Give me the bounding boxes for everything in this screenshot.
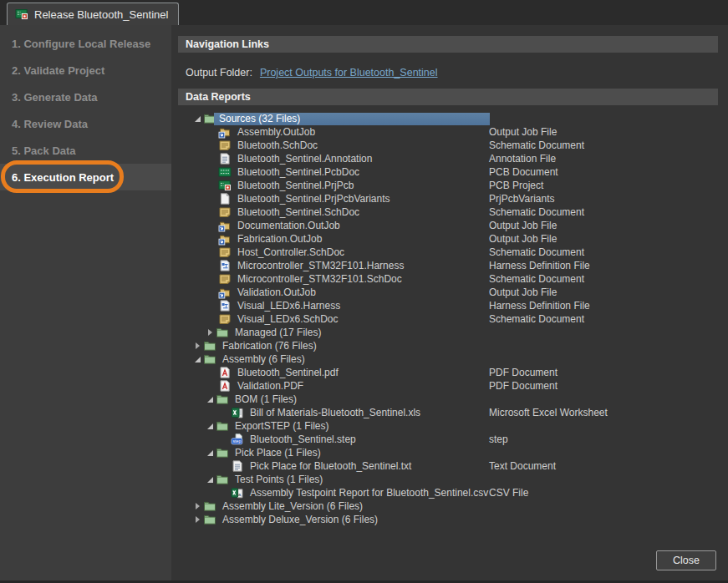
tree-file-row[interactable]: Microcontroller_STM32F101.HarnessHarness… <box>188 259 718 272</box>
tree-folder-row[interactable]: Assembly Lite_Version (6 Files) <box>188 499 718 513</box>
tree-item-label: Pick Place for Bluetooth_Sentinel.txt <box>247 460 415 473</box>
tree-item-label: Pick Place (1 Files) <box>232 447 324 459</box>
tree-file-row[interactable]: Visual_LEDx6.HarnessHarness Definition F… <box>188 299 718 312</box>
tab-bar: Release Bluetooth_Sentinel <box>0 0 728 26</box>
tree-item-label: Validation.OutJob <box>234 286 319 299</box>
tree-folder-row[interactable]: Test Points (1 Files) <box>188 473 718 486</box>
tree-item-label: Bill of Materials-Bluetooth_Sentinel.xls <box>247 407 424 419</box>
file-type-label: CSV File <box>489 486 528 499</box>
tree-folder-row[interactable]: Assembly (6 Files) <box>188 352 718 366</box>
svg-text:a,: a, <box>238 492 242 497</box>
step-icon: step <box>231 433 244 446</box>
outjob-icon <box>218 232 232 246</box>
tree-file-row[interactable]: Bluetooth_Sentinel.AnnotationAnnotation … <box>188 152 718 165</box>
tree-folder-row[interactable]: ExportSTEP (1 Files) <box>188 419 718 433</box>
collapse-arrow-icon[interactable] <box>206 448 216 458</box>
tree-item-label: Bluetooth_Sentinel.PrjPcb <box>234 180 357 192</box>
file-type-label: Schematic Document <box>489 272 584 286</box>
tree-file-row[interactable]: Assembly.OutJobOutput Job File <box>188 125 718 139</box>
tab-release-project[interactable]: Release Bluetooth_Sentinel <box>7 3 179 25</box>
output-folder-link[interactable]: Project Outputs for Bluetooth_Sentinel <box>260 67 438 79</box>
folder-icon <box>203 513 216 526</box>
sidebar-step-2[interactable]: 2. Validate Project <box>0 57 171 84</box>
tree-file-row[interactable]: Documentation.OutJobOutput Job File <box>188 219 718 232</box>
tree-folder-row[interactable]: Managed (17 Files) <box>188 326 718 339</box>
tree-file-row[interactable]: Bluetooth_Sentinel.SchDocSchematic Docum… <box>188 205 718 219</box>
tree-folder-row[interactable]: BOM (1 Files) <box>188 393 718 406</box>
file-type-label: Output Job File <box>489 125 557 139</box>
tree-item-label: Assembly Lite_Version (6 Files) <box>219 500 366 513</box>
sidebar-step-label: 4. Review Data <box>12 118 88 130</box>
tree-item-label: Microcontroller_STM32F101.SchDoc <box>234 273 405 286</box>
file-type-label: PDF Document <box>489 366 557 379</box>
close-button[interactable]: Close <box>656 550 716 570</box>
sidebar-step-label: 1. Configure Local Release <box>12 38 150 50</box>
tree-folder-row[interactable]: Pick Place (1 Files) <box>188 446 718 459</box>
tree-folder-row[interactable]: Fabrication (76 Files) <box>188 339 718 352</box>
tree-file-row[interactable]: Validation.PDFPDF Document <box>188 379 718 393</box>
data-reports-header: Data Reports <box>178 89 718 105</box>
tree-file-row[interactable]: Host_Controller.SchDocSchematic Document <box>188 246 718 259</box>
folder-icon <box>216 446 229 459</box>
tree-file-row[interactable]: Microcontroller_STM32F101.SchDocSchemati… <box>188 272 718 286</box>
tree-file-row[interactable]: Bluetooth_Sentinel.PcbDocPCB Document <box>188 165 718 179</box>
tree-item-label: Test Points (1 Files) <box>232 474 326 486</box>
tree-item-label: Assembly Deluxe_Version (6 Files) <box>219 514 381 526</box>
outjob-icon <box>218 286 232 299</box>
tree-file-row[interactable]: Pick Place for Bluetooth_Sentinel.txtTex… <box>188 459 718 473</box>
tree-folder-row[interactable]: Sources (32 Files) <box>188 112 718 125</box>
tree-item-label: Bluetooth_Sentinel.SchDoc <box>234 206 363 219</box>
file-type-label: PCB Document <box>489 165 558 179</box>
file-type-label: Annotation File <box>489 152 556 165</box>
expand-arrow-icon[interactable] <box>206 327 216 337</box>
collapse-arrow-icon[interactable] <box>206 421 216 431</box>
collapse-arrow-icon[interactable] <box>206 394 216 404</box>
tree-item-label: Microcontroller_STM32F101.Harness <box>234 260 407 272</box>
tab-title: Release Bluetooth_Sentinel <box>34 8 168 21</box>
file-type-label: Harness Definition File <box>489 259 590 272</box>
navigation-links-header: Navigation Links <box>178 36 718 53</box>
tree-item-label: Assembly (6 Files) <box>219 353 308 366</box>
tree-item-label: Visual_LEDx6.Harness <box>234 300 344 312</box>
file-type-label: Output Job File <box>489 286 557 299</box>
file-type-label: Output Job File <box>489 232 557 246</box>
tree-file-row[interactable]: Visual_LEDx6.SchDocSchematic Document <box>188 312 718 326</box>
expand-arrow-icon[interactable] <box>193 501 203 511</box>
collapse-arrow-icon[interactable] <box>206 474 216 484</box>
pcb-project-icon <box>218 179 232 192</box>
tree-file-row[interactable]: a,Assembly Testpoint Report for Bluetoot… <box>188 486 718 499</box>
tree-file-row[interactable]: Bluetooth.SchDocSchematic Document <box>188 139 718 152</box>
xls-icon <box>231 406 244 419</box>
release-dialog: Release Bluetooth_Sentinel 1. Configure … <box>0 0 728 583</box>
sidebar-step-5[interactable]: 5. Pack Data <box>0 137 171 164</box>
sidebar-step-6[interactable]: 6. Execution Report <box>0 164 171 190</box>
sidebar-step-label: 3. Generate Data <box>12 91 98 104</box>
sidebar-step-1[interactable]: 1. Configure Local Release <box>0 30 171 57</box>
tree-file-row[interactable]: Bluetooth_Sentinel.pdfPDF Document <box>188 366 718 379</box>
pdf-icon <box>218 379 232 393</box>
expand-arrow-icon[interactable] <box>193 341 203 351</box>
tree-item-label: Bluetooth_Sentinel.PcbDoc <box>234 166 363 179</box>
tree-file-row[interactable]: Bluetooth_Sentinel.PrjPcbVariantsPrjPcbV… <box>188 192 718 205</box>
tree-folder-row[interactable]: Assembly Deluxe_Version (6 Files) <box>188 513 718 526</box>
collapse-arrow-icon[interactable] <box>193 354 203 364</box>
harness-icon <box>218 299 232 312</box>
sidebar-step-3[interactable]: 3. Generate Data <box>0 84 171 110</box>
expand-arrow-icon[interactable] <box>193 515 203 525</box>
tree-file-row[interactable]: Validation.OutJobOutput Job File <box>188 286 718 299</box>
file-type-label: Output Job File <box>489 219 557 232</box>
file-type-label: Text Document <box>489 459 556 473</box>
csv-icon: a, <box>231 486 244 499</box>
folder-icon <box>216 473 229 486</box>
schdoc-icon <box>218 205 232 219</box>
outjob-icon <box>218 125 232 139</box>
tree-file-row[interactable]: Bluetooth_Sentinel.PrjPcbPCB Project <box>188 179 718 192</box>
tree-item-label: Assembly.OutJob <box>234 126 318 139</box>
collapse-arrow-icon[interactable] <box>193 114 203 124</box>
outjob-icon <box>218 219 232 232</box>
tree-file-row[interactable]: Bill of Materials-Bluetooth_Sentinel.xls… <box>188 406 718 419</box>
tree-file-row[interactable]: Fabrication.OutJobOutput Job File <box>188 232 718 246</box>
sidebar-step-4[interactable]: 4. Review Data <box>0 110 171 137</box>
tree-file-row[interactable]: stepBluetooth_Sentinel.stepstep <box>188 433 718 446</box>
tree-item-label: Fabrication.OutJob <box>234 233 325 246</box>
